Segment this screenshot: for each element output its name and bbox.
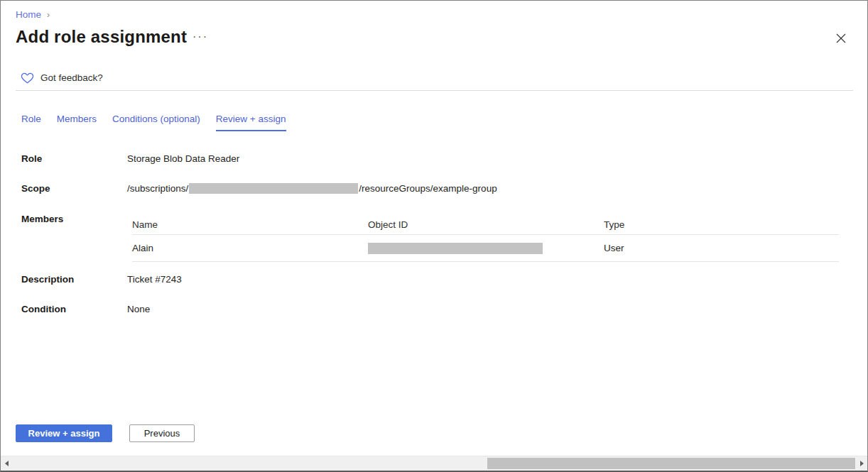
table-row: Alain User <box>132 235 839 262</box>
scope-value: /subscriptions//resourceGroups/example-g… <box>127 183 497 194</box>
page-title: Add role assignment <box>16 27 187 47</box>
tab-strip: Role Members Conditions (optional) Revie… <box>21 114 302 131</box>
footer-actions: Review + assign Previous <box>16 424 195 442</box>
members-label: Members <box>21 214 63 224</box>
breadcrumb-separator-icon: › <box>47 10 50 20</box>
close-icon <box>836 33 846 43</box>
members-table-header: Name Object ID Type <box>132 215 839 235</box>
scope-suffix: /resourceGroups/example-group <box>359 183 497 194</box>
scroll-right-button[interactable] <box>856 456 867 471</box>
object-id-redaction-bar <box>368 243 543 254</box>
breadcrumb-home-link[interactable]: Home <box>16 9 41 20</box>
review-assign-button[interactable]: Review + assign <box>16 424 112 442</box>
scope-label: Scope <box>21 183 50 194</box>
breadcrumb: Home › <box>16 9 50 20</box>
condition-value: None <box>127 304 150 314</box>
got-feedback-link[interactable]: Got feedback? <box>21 72 103 84</box>
more-options-icon[interactable]: ··· <box>190 29 211 45</box>
tab-review-assign[interactable]: Review + assign <box>216 114 286 131</box>
got-feedback-label: Got feedback? <box>40 72 103 83</box>
horizontal-scrollbar[interactable] <box>1 456 867 471</box>
scrollbar-thumb[interactable] <box>487 458 855 469</box>
description-value: Ticket #7243 <box>127 274 182 285</box>
subscription-id-redaction-bar <box>189 183 358 194</box>
column-header-object-id: Object ID <box>368 219 604 230</box>
description-label: Description <box>21 274 74 285</box>
member-object-id <box>368 243 604 254</box>
header-divider <box>16 90 853 91</box>
heart-icon <box>21 72 34 84</box>
condition-label: Condition <box>21 304 66 314</box>
tab-role[interactable]: Role <box>21 114 41 131</box>
tab-conditions[interactable]: Conditions (optional) <box>112 114 200 131</box>
close-button[interactable] <box>833 31 849 46</box>
scroll-left-button[interactable] <box>1 456 12 471</box>
column-header-name: Name <box>132 219 368 230</box>
column-header-type: Type <box>604 219 839 230</box>
member-type: User <box>604 243 839 253</box>
tab-members[interactable]: Members <box>57 114 97 131</box>
members-table: Name Object ID Type Alain User <box>132 215 839 262</box>
scroll-right-icon <box>860 461 864 466</box>
role-label: Role <box>21 153 42 164</box>
scroll-left-icon <box>5 461 9 466</box>
member-name: Alain <box>132 243 368 253</box>
role-value: Storage Blob Data Reader <box>127 153 239 164</box>
add-role-assignment-panel: Home › Add role assignment ··· Got feedb… <box>0 0 868 472</box>
scope-prefix: /subscriptions/ <box>127 183 188 194</box>
previous-button[interactable]: Previous <box>129 424 195 442</box>
